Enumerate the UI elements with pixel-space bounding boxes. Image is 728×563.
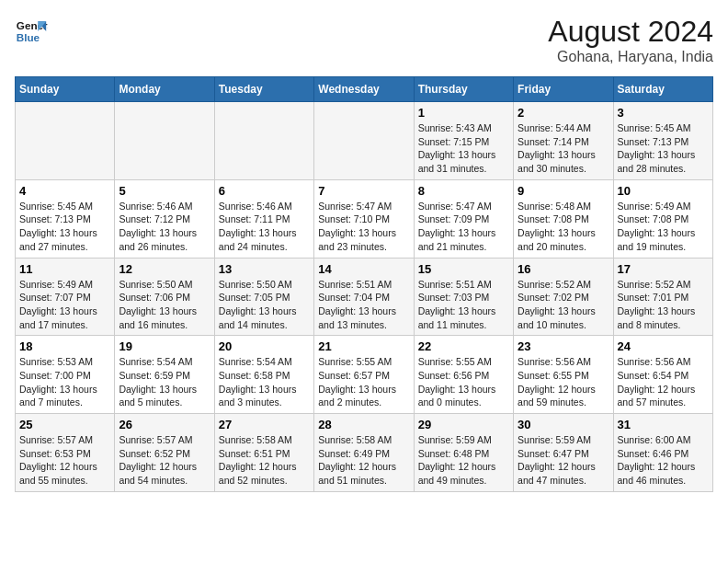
- day-number: 24: [618, 339, 709, 353]
- day-number: 9: [518, 184, 609, 198]
- day-number: 29: [418, 418, 509, 431]
- day-info: Sunrise: 5:53 AMSunset: 7:00 PMDaylight:…: [19, 355, 110, 409]
- day-number: 22: [418, 339, 509, 353]
- day-cell: [115, 102, 214, 180]
- day-cell: 25Sunrise: 5:57 AMSunset: 6:53 PMDayligh…: [16, 414, 115, 492]
- svg-text:Blue: Blue: [17, 31, 40, 43]
- day-number: 26: [119, 418, 210, 431]
- header-friday: Friday: [514, 77, 613, 102]
- day-cell: 31Sunrise: 6:00 AMSunset: 6:46 PMDayligh…: [613, 414, 712, 492]
- week-row-3: 11Sunrise: 5:49 AMSunset: 7:07 PMDayligh…: [16, 258, 713, 336]
- week-row-5: 25Sunrise: 5:57 AMSunset: 6:53 PMDayligh…: [16, 414, 713, 492]
- day-info: Sunrise: 5:56 AMSunset: 6:54 PMDaylight:…: [618, 355, 709, 409]
- day-number: 13: [219, 262, 310, 276]
- day-number: 8: [418, 184, 509, 198]
- day-info: Sunrise: 5:54 AMSunset: 6:58 PMDaylight:…: [219, 355, 310, 409]
- day-cell: 21Sunrise: 5:55 AMSunset: 6:57 PMDayligh…: [314, 336, 414, 414]
- day-cell: 8Sunrise: 5:47 AMSunset: 7:09 PMDaylight…: [414, 179, 513, 258]
- day-number: 28: [318, 418, 409, 431]
- day-cell: [314, 102, 414, 180]
- day-info: Sunrise: 5:58 AMSunset: 6:51 PMDaylight:…: [219, 433, 310, 488]
- day-number: 21: [318, 339, 409, 353]
- calendar-header: SundayMondayTuesdayWednesdayThursdayFrid…: [16, 77, 713, 102]
- day-number: 20: [219, 339, 310, 353]
- day-info: Sunrise: 5:52 AMSunset: 7:02 PMDaylight:…: [518, 278, 609, 332]
- day-cell: 4Sunrise: 5:45 AMSunset: 7:13 PMDaylight…: [16, 179, 115, 258]
- day-cell: 13Sunrise: 5:50 AMSunset: 7:05 PMDayligh…: [214, 258, 313, 336]
- day-cell: 11Sunrise: 5:49 AMSunset: 7:07 PMDayligh…: [16, 258, 115, 336]
- day-info: Sunrise: 6:00 AMSunset: 6:46 PMDaylight:…: [618, 433, 709, 488]
- day-info: Sunrise: 5:45 AMSunset: 7:13 PMDaylight:…: [19, 200, 110, 254]
- day-cell: 17Sunrise: 5:52 AMSunset: 7:01 PMDayligh…: [613, 258, 712, 336]
- day-number: 25: [19, 418, 110, 431]
- day-number: 3: [618, 106, 709, 120]
- page-title: August 2024: [548, 15, 713, 49]
- day-info: Sunrise: 5:43 AMSunset: 7:15 PMDaylight:…: [418, 121, 509, 176]
- day-info: Sunrise: 5:50 AMSunset: 7:06 PMDaylight:…: [119, 278, 210, 332]
- day-cell: 26Sunrise: 5:57 AMSunset: 6:52 PMDayligh…: [115, 414, 214, 492]
- day-info: Sunrise: 5:59 AMSunset: 6:47 PMDaylight:…: [518, 433, 609, 488]
- day-cell: 2Sunrise: 5:44 AMSunset: 7:14 PMDaylight…: [514, 102, 613, 180]
- day-number: 1: [418, 106, 509, 120]
- header-thursday: Thursday: [414, 77, 513, 102]
- day-number: 12: [119, 262, 210, 276]
- day-info: Sunrise: 5:48 AMSunset: 7:08 PMDaylight:…: [518, 200, 609, 254]
- day-cell: 1Sunrise: 5:43 AMSunset: 7:15 PMDaylight…: [414, 102, 513, 180]
- day-info: Sunrise: 5:50 AMSunset: 7:05 PMDaylight:…: [219, 278, 310, 332]
- day-cell: 6Sunrise: 5:46 AMSunset: 7:11 PMDaylight…: [214, 179, 313, 258]
- day-cell: [16, 102, 115, 180]
- day-cell: 23Sunrise: 5:56 AMSunset: 6:55 PMDayligh…: [514, 336, 613, 414]
- logo: General Blue: [15, 15, 48, 48]
- day-info: Sunrise: 5:55 AMSunset: 6:56 PMDaylight:…: [418, 355, 509, 409]
- day-info: Sunrise: 5:45 AMSunset: 7:13 PMDaylight:…: [618, 121, 709, 176]
- day-cell: 3Sunrise: 5:45 AMSunset: 7:13 PMDaylight…: [613, 102, 712, 180]
- header-tuesday: Tuesday: [214, 77, 313, 102]
- day-number: 27: [219, 418, 310, 431]
- day-cell: 7Sunrise: 5:47 AMSunset: 7:10 PMDaylight…: [314, 179, 414, 258]
- day-cell: 14Sunrise: 5:51 AMSunset: 7:04 PMDayligh…: [314, 258, 414, 336]
- week-row-4: 18Sunrise: 5:53 AMSunset: 7:00 PMDayligh…: [16, 336, 713, 414]
- day-info: Sunrise: 5:46 AMSunset: 7:11 PMDaylight:…: [219, 200, 310, 254]
- day-info: Sunrise: 5:47 AMSunset: 7:09 PMDaylight:…: [418, 200, 509, 254]
- day-info: Sunrise: 5:49 AMSunset: 7:08 PMDaylight:…: [618, 200, 709, 254]
- day-info: Sunrise: 5:55 AMSunset: 6:57 PMDaylight:…: [318, 355, 409, 409]
- day-number: 4: [19, 184, 110, 198]
- day-cell: 18Sunrise: 5:53 AMSunset: 7:00 PMDayligh…: [16, 336, 115, 414]
- day-number: 7: [318, 184, 409, 198]
- day-cell: 19Sunrise: 5:54 AMSunset: 6:59 PMDayligh…: [115, 336, 214, 414]
- day-number: 30: [518, 418, 609, 431]
- day-number: 19: [119, 339, 210, 353]
- day-number: 5: [119, 184, 210, 198]
- day-info: Sunrise: 5:58 AMSunset: 6:49 PMDaylight:…: [318, 433, 409, 488]
- day-cell: 28Sunrise: 5:58 AMSunset: 6:49 PMDayligh…: [314, 414, 414, 492]
- page-subtitle: Gohana, Haryana, India: [548, 49, 713, 65]
- header-sunday: Sunday: [16, 77, 115, 102]
- day-info: Sunrise: 5:51 AMSunset: 7:03 PMDaylight:…: [418, 278, 509, 332]
- day-cell: 24Sunrise: 5:56 AMSunset: 6:54 PMDayligh…: [613, 336, 712, 414]
- day-info: Sunrise: 5:51 AMSunset: 7:04 PMDaylight:…: [318, 278, 409, 332]
- day-info: Sunrise: 5:54 AMSunset: 6:59 PMDaylight:…: [119, 355, 210, 409]
- day-cell: 9Sunrise: 5:48 AMSunset: 7:08 PMDaylight…: [514, 179, 613, 258]
- day-number: 16: [518, 262, 609, 276]
- page-header: General Blue August 2024 Gohana, Haryana…: [15, 15, 713, 65]
- day-cell: 12Sunrise: 5:50 AMSunset: 7:06 PMDayligh…: [115, 258, 214, 336]
- day-info: Sunrise: 5:57 AMSunset: 6:53 PMDaylight:…: [19, 433, 110, 488]
- day-number: 31: [618, 418, 709, 431]
- day-cell: 30Sunrise: 5:59 AMSunset: 6:47 PMDayligh…: [514, 414, 613, 492]
- week-row-1: 1Sunrise: 5:43 AMSunset: 7:15 PMDaylight…: [16, 102, 713, 180]
- logo-icon: General Blue: [15, 15, 48, 48]
- day-number: 14: [318, 262, 409, 276]
- day-info: Sunrise: 5:56 AMSunset: 6:55 PMDaylight:…: [518, 355, 609, 409]
- calendar-table: SundayMondayTuesdayWednesdayThursdayFrid…: [15, 76, 713, 492]
- day-info: Sunrise: 5:52 AMSunset: 7:01 PMDaylight:…: [618, 278, 709, 332]
- day-info: Sunrise: 5:44 AMSunset: 7:14 PMDaylight:…: [518, 121, 609, 176]
- header-saturday: Saturday: [613, 77, 712, 102]
- day-info: Sunrise: 5:49 AMSunset: 7:07 PMDaylight:…: [19, 278, 110, 332]
- day-cell: [214, 102, 313, 180]
- day-cell: 5Sunrise: 5:46 AMSunset: 7:12 PMDaylight…: [115, 179, 214, 258]
- week-row-2: 4Sunrise: 5:45 AMSunset: 7:13 PMDaylight…: [16, 179, 713, 258]
- day-number: 23: [518, 339, 609, 353]
- day-info: Sunrise: 5:59 AMSunset: 6:48 PMDaylight:…: [418, 433, 509, 488]
- day-number: 17: [618, 262, 709, 276]
- day-cell: 29Sunrise: 5:59 AMSunset: 6:48 PMDayligh…: [414, 414, 513, 492]
